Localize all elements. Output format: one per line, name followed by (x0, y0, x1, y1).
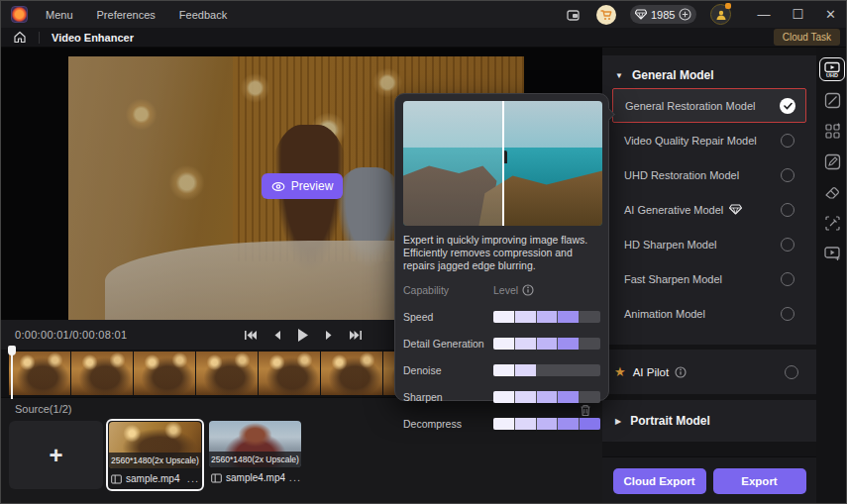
store-cart-button[interactable] (596, 5, 616, 25)
source-item-sample[interactable]: 2560*1480(2x Upscale) sample.mp4 ... (106, 419, 204, 491)
cloud-export-button[interactable]: Cloud Export (613, 468, 706, 494)
upscale-badge: 2560*1480(2x Upscale) (109, 453, 201, 468)
level-bar (493, 338, 600, 350)
capability-header: Capability (403, 284, 449, 296)
expand-arrow-icon: ▶ (615, 417, 621, 426)
filmstrip-frame (71, 352, 133, 395)
capability-row: Decompress (403, 418, 600, 430)
mini-window-icon[interactable] (567, 8, 582, 22)
video-file-icon (211, 473, 222, 483)
model-fast-sharpen[interactable]: Fast Sharpen Model (612, 261, 806, 296)
level-bar (493, 391, 600, 403)
upscale-badge: 2560*1480(2x Upscale) (209, 452, 301, 467)
cloud-task-button[interactable]: Cloud Task (774, 29, 840, 46)
radio-icon[interactable] (781, 307, 794, 321)
ai-pilot-row[interactable]: ★ AI Pilot (602, 350, 816, 394)
selected-check-icon (780, 98, 795, 114)
tool-batch-layout-icon[interactable] (819, 119, 845, 143)
model-panel: ▼ General Model General Restoration Mode… (602, 48, 816, 504)
comparison-divider[interactable] (502, 101, 504, 226)
prev-frame-button[interactable] (273, 330, 281, 341)
maximize-button[interactable]: ☐ (792, 8, 803, 21)
source-thumbnail: 2560*1480(2x Upscale) (109, 422, 201, 468)
info-icon[interactable] (675, 366, 687, 378)
timecode: 0:00:00:01/0:00:08:01 (15, 329, 127, 341)
credits-pill[interactable]: 1985 (630, 5, 696, 24)
home-icon[interactable] (13, 31, 27, 44)
radio-icon[interactable] (781, 203, 794, 217)
diamond-icon (635, 9, 647, 20)
eye-icon (271, 181, 285, 192)
titlebar: Menu Preferences Feedback 1985 — ☐ (1, 1, 847, 28)
model-description: Expert in quickly improving image flaws.… (403, 234, 600, 272)
svg-text:UHD: UHD (826, 72, 838, 78)
level-header: Level (493, 284, 518, 296)
portrait-model-header[interactable]: ▶ Portrait Model (602, 400, 816, 442)
tab-separator (39, 32, 40, 44)
skip-end-button[interactable] (349, 330, 363, 341)
level-bar (493, 418, 600, 430)
source-filename: sample.mp4 (126, 473, 183, 484)
source-filename: sample4.mp4 (226, 472, 285, 483)
menu-item-menu[interactable]: Menu (46, 9, 73, 21)
capability-row: Detail Generation (403, 338, 600, 350)
tool-video-enhance-uhd-icon[interactable]: UHD (819, 57, 845, 81)
info-icon[interactable] (522, 284, 534, 296)
source-item-sample4[interactable]: 2560*1480(2x Upscale) sample4.mp4 ... (207, 419, 305, 491)
source-more-icon[interactable]: ... (187, 476, 199, 482)
filmstrip-frame (9, 352, 70, 395)
playhead-handle[interactable] (8, 346, 16, 355)
tool-edit-icon[interactable] (819, 150, 845, 173)
skip-start-button[interactable] (244, 330, 258, 341)
model-info-popup: Expert in quickly improving image flaws.… (394, 93, 609, 401)
tool-eraser-icon[interactable] (819, 180, 845, 204)
tool-frame-interpolation-icon[interactable] (819, 88, 845, 112)
filmstrip-frame (134, 352, 195, 395)
close-button[interactable]: ✕ (825, 8, 836, 21)
model-animation[interactable]: Animation Model (612, 296, 806, 331)
play-button[interactable] (297, 328, 309, 343)
export-bar: Cloud Export Export (602, 456, 816, 504)
radio-icon[interactable] (785, 365, 798, 379)
filmstrip-frame (259, 352, 320, 395)
source-panel: Source(1/2) + 2560*1480(2x Upscale) samp… (1, 397, 602, 504)
menu-item-feedback[interactable]: Feedback (179, 9, 227, 21)
model-video-quality-repair[interactable]: Video Quality Repair Model (612, 123, 806, 157)
capability-row: Denoise (403, 364, 600, 376)
model-ai-generative[interactable]: AI Generative Model (612, 192, 806, 227)
next-frame-button[interactable] (325, 330, 333, 341)
user-avatar[interactable] (710, 4, 731, 25)
add-source-button[interactable]: + (9, 421, 103, 489)
source-more-icon[interactable]: ... (289, 475, 301, 481)
star-icon: ★ (614, 364, 626, 379)
tool-add-video-icon[interactable] (819, 242, 845, 265)
minimize-button[interactable]: — (757, 8, 770, 21)
feature-toolbar: UHD (816, 48, 847, 504)
tool-smart-select-icon[interactable] (819, 211, 845, 235)
filmstrip-frame (321, 352, 382, 395)
capability-row: Speed (403, 311, 600, 323)
notification-badge (725, 3, 731, 9)
before-after-comparison (403, 101, 602, 226)
level-bar (493, 311, 600, 323)
model-hd-sharpen[interactable]: HD Sharpen Model (612, 227, 806, 261)
radio-icon[interactable] (781, 168, 794, 182)
menu-item-preferences[interactable]: Preferences (97, 9, 156, 21)
radio-icon[interactable] (781, 238, 794, 252)
radio-icon[interactable] (781, 272, 794, 286)
general-model-header[interactable]: ▼ General Model (602, 55, 816, 88)
model-general-restoration[interactable]: General Restoration Model (612, 88, 806, 123)
credits-count: 1985 (651, 9, 675, 21)
premium-diamond-icon (729, 204, 742, 215)
tabbar: Video Enhancer Cloud Task (1, 28, 847, 48)
source-count-label: Source(1/2) (15, 403, 71, 415)
model-uhd-restoration[interactable]: UHD Restoration Model (612, 157, 806, 192)
radio-icon[interactable] (781, 134, 794, 148)
playhead[interactable] (11, 346, 13, 399)
export-button[interactable]: Export (713, 468, 806, 494)
preview-button[interactable]: Preview (262, 173, 343, 199)
menubar: Menu Preferences Feedback (46, 9, 227, 21)
filmstrip-frame (196, 352, 258, 395)
tab-video-enhancer[interactable]: Video Enhancer (52, 32, 134, 44)
add-credits-icon[interactable] (679, 8, 691, 21)
